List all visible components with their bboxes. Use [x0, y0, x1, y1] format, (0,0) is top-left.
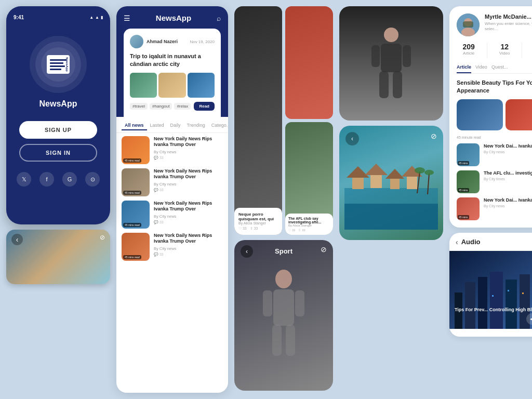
featured-images — [130, 73, 215, 98]
sport-author-2: By Alicia Stanger — [288, 224, 330, 227]
profile-stats: 209 Article 12 Video 1 Sub... — [457, 43, 532, 58]
tab-lasted[interactable]: Lasted — [147, 121, 167, 130]
article-read-time: 45 minute read — [457, 136, 532, 139]
back-button[interactable]: ‹ — [11, 234, 23, 245]
featured-article-images — [457, 99, 532, 133]
news-item: 45 mins read New York Daily News Rips Iv… — [122, 201, 223, 229]
tab-trending[interactable]: Trending — [184, 121, 208, 130]
featured-image-3 — [188, 73, 215, 98]
signup-button[interactable]: SIGN UP — [19, 121, 97, 139]
svg-point-25 — [424, 170, 434, 175]
profile-top: Myrtle McDanie... When you enter science… — [457, 14, 532, 36]
sport-title-2: The AFL club say investigating afte... — [288, 217, 330, 224]
twitter-icon[interactable]: 𝕏 — [17, 172, 31, 187]
comment-icon: 💬 33 — [154, 188, 164, 192]
tab-video[interactable]: Video — [475, 64, 487, 73]
sport-author-1: By Alicia Stanger — [238, 221, 278, 225]
article-thumb-2: 45 mins — [457, 170, 480, 193]
news-title-2: New York Daily News Rips Ivanka Trump Ov… — [154, 168, 223, 180]
google-icon[interactable]: G — [62, 172, 77, 187]
news-by-1: By City news — [154, 150, 223, 154]
icon-line — [50, 59, 66, 61]
news-by-2: By City news — [154, 182, 223, 187]
news-by-3: By City news — [154, 214, 223, 219]
svg-rect-20 — [407, 177, 417, 189]
svg-rect-18 — [390, 179, 400, 189]
sport-detail-bg — [339, 6, 443, 121]
tag-relax: #relax — [174, 103, 191, 110]
stat-divider-2 — [522, 43, 522, 58]
travel-back-button[interactable]: ‹ — [345, 132, 359, 145]
sport-detail-card — [339, 6, 443, 121]
header-title: NewsApp — [130, 14, 217, 22]
travel-bookmark-icon[interactable]: ⊘ — [431, 132, 437, 140]
read-button[interactable]: Read — [194, 102, 215, 111]
sport-img-red — [285, 6, 333, 119]
svg-rect-11 — [393, 71, 402, 98]
author-name: Ahmad Nazeri — [147, 39, 178, 44]
svg-rect-35 — [506, 280, 517, 329]
profile-text: Myrtle McDanie... When you enter science… — [485, 14, 532, 32]
art-by-1: By City news — [484, 150, 532, 154]
tag-hangout: #hangout — [150, 103, 172, 110]
sport-title-1: Neque porro quisquam est, qui — [238, 212, 278, 221]
tab-daily[interactable]: Daily — [167, 121, 184, 130]
fitness-svg — [252, 263, 315, 367]
sport-meta-2: ♡ 33 ⇧ 33 — [288, 228, 330, 232]
battery-icon: ▮ — [101, 15, 103, 20]
article-info-1: New York Dai... Ivanka Trum... By City n… — [484, 143, 532, 154]
audio-controls: ◀ ▶ — [526, 313, 532, 325]
tab-article[interactable]: Article — [457, 64, 471, 73]
stat-articles: 209 Article — [463, 43, 475, 58]
audio-back-button[interactable]: ‹ — [456, 238, 458, 246]
signin-button[interactable]: SIGN IN — [19, 144, 97, 162]
prev-button[interactable]: ◀ — [526, 313, 532, 325]
svg-rect-10 — [379, 71, 389, 98]
menu-icon[interactable]: ☰ — [124, 14, 130, 22]
signal-icon: ▲ — [89, 15, 94, 20]
phone-mockup: 9:41 ▲ ▲ ▮ NewsApp NewsApp SIGN UP SIGN … — [6, 6, 110, 224]
art-by-3: By City news — [484, 204, 532, 208]
article-thumb-1: 45 mins — [457, 143, 480, 166]
news-label: NewsApp — [65, 57, 68, 71]
comment-icon: 💬 33 — [154, 220, 164, 224]
search-icon[interactable]: ⌕ — [217, 14, 221, 22]
tab-all-news[interactable]: All news — [122, 121, 147, 130]
audio-title: Audio — [461, 238, 481, 246]
sport-meta-1: ♡ 33 ⇧ 33 — [238, 227, 278, 231]
news-title-4: New York Daily News Rips Ivanka Trump Ov… — [154, 233, 223, 245]
svg-rect-5 — [286, 325, 295, 356]
stat-videos-num: 12 — [499, 43, 510, 51]
svg-point-23 — [415, 167, 425, 174]
news-item: 45 mins read New York Daily News Rips Iv… — [122, 168, 223, 196]
time-badge: 45 mins read — [123, 223, 141, 227]
author-row: Ahmad Nazeri Nov 19, 2020 — [130, 35, 215, 48]
svg-rect-2 — [263, 290, 272, 316]
author-avatar — [130, 35, 143, 48]
bookmark-icon[interactable]: ⊘ — [100, 234, 105, 241]
tab-questions[interactable]: Quest... — [491, 64, 508, 73]
like-icon: ♡ 33 — [238, 227, 247, 231]
svg-marker-17 — [365, 164, 388, 175]
featured-card: Ahmad Nazeri Nov 19, 2020 Trip to iqalui… — [124, 29, 221, 117]
featured-article-title: Sensible Beauty Tips For Your Appearance — [457, 79, 532, 95]
profile-name: Myrtle McDanie... — [485, 14, 532, 20]
stat-articles-num: 209 — [463, 43, 475, 51]
share-icon-2: ⇧ 33 — [298, 228, 305, 232]
article-item-1: 45 mins New York Dai... Ivanka Trum... B… — [457, 143, 532, 166]
phone-time: 9:41 — [14, 15, 24, 20]
art-title-3: New York Dai... Ivanka Trum... — [484, 197, 532, 204]
article-info-2: The AFL clu... investigating... By City … — [484, 170, 532, 181]
svg-rect-34 — [490, 272, 503, 329]
svg-rect-32 — [465, 282, 475, 329]
facebook-icon[interactable]: f — [39, 172, 54, 187]
tab-category[interactable]: Catego... — [208, 121, 228, 130]
svg-rect-9 — [403, 45, 411, 67]
news-thumbnail-4: 45 mins read — [122, 233, 150, 261]
news-content-4: New York Daily News Rips Ivanka Trump Ov… — [154, 233, 223, 257]
svg-rect-13 — [344, 204, 438, 230]
sport-bookmark-icon[interactable]: ⊘ — [321, 245, 327, 254]
github-icon[interactable]: ⊙ — [85, 172, 100, 187]
social-icons-row: 𝕏 f G ⊙ — [17, 172, 100, 187]
article-thumb-3: 45 mins — [457, 197, 480, 220]
